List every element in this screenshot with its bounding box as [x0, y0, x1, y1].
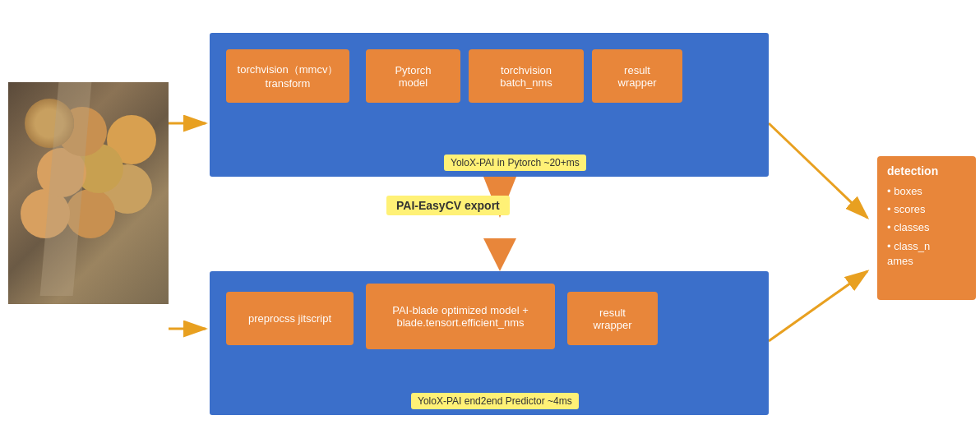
detection-list: boxes scores classes class_names — [887, 184, 966, 269]
detection-item-boxes: boxes — [887, 184, 966, 199]
svg-marker-7 — [483, 238, 516, 271]
detection-box: detection boxes scores classes class_nam… — [877, 156, 976, 300]
pai-blade-box: PAI-blade optimized model + blade.tensor… — [366, 284, 555, 349]
diagram-container: torchvision（mmcv） transform Pytorch mode… — [0, 0, 980, 429]
svg-line-5 — [769, 271, 867, 341]
torchvision-transform-box: torchvision（mmcv） transform — [226, 49, 349, 103]
export-label: PAI-EasyCV export — [386, 196, 510, 215]
diagram-photo — [8, 82, 169, 304]
preprocess-jitscript-box: preprocss jitscript — [226, 292, 354, 345]
detection-item-scores: scores — [887, 202, 966, 217]
result-wrapper-top-box: result wrapper — [592, 49, 682, 103]
torchvision-batch-nms-box: torchvision batch_nms — [469, 49, 584, 103]
detection-title: detection — [887, 164, 966, 178]
yellow-label-bottom: YoloX-PAI end2end Predictor ~4ms — [411, 393, 579, 409]
detection-item-classes: classes — [887, 220, 966, 235]
yellow-label-top: YoloX-PAI in Pytorch ~20+ms — [444, 155, 586, 171]
pytorch-model-box: Pytorch model — [366, 49, 460, 103]
result-wrapper-bottom-box: result wrapper — [567, 292, 658, 345]
svg-line-4 — [769, 123, 867, 218]
detection-item-classnames: class_names — [887, 239, 966, 269]
